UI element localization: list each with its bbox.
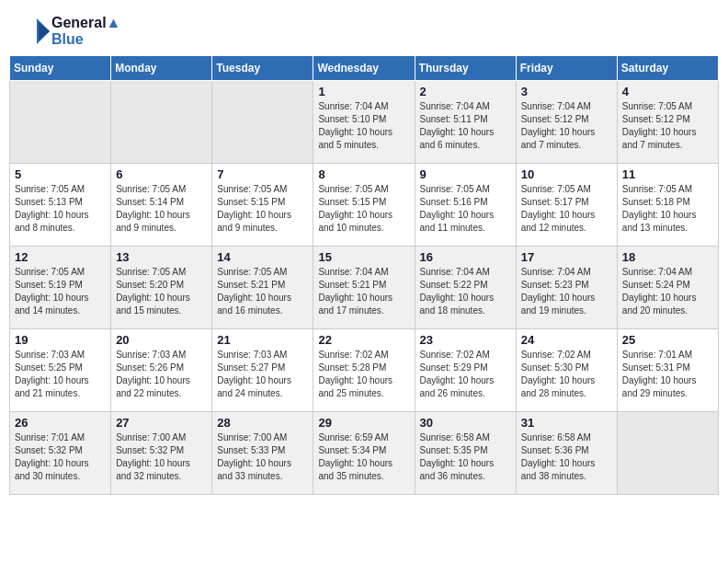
day-number: 15 (318, 250, 409, 264)
calendar-row: 12Sunrise: 7:05 AM Sunset: 5:19 PM Dayli… (10, 247, 719, 329)
weekday-header: Thursday (415, 56, 516, 81)
calendar-cell: 2Sunrise: 7:04 AM Sunset: 5:11 PM Daylig… (415, 81, 516, 164)
day-number: 11 (622, 167, 713, 181)
logo-icon (18, 15, 51, 48)
day-number: 26 (15, 416, 106, 430)
weekday-header: Wednesday (313, 56, 415, 81)
logo: General▲ Blue (18, 15, 120, 48)
day-info: Sunrise: 6:58 AM Sunset: 5:36 PM Dayligh… (521, 431, 612, 483)
day-info: Sunrise: 7:04 AM Sunset: 5:21 PM Dayligh… (318, 266, 409, 317)
calendar-cell: 11Sunrise: 7:05 AM Sunset: 5:18 PM Dayli… (617, 164, 718, 247)
calendar-cell: 30Sunrise: 6:58 AM Sunset: 5:35 PM Dayli… (415, 412, 516, 495)
calendar-cell: 10Sunrise: 7:05 AM Sunset: 5:17 PM Dayli… (516, 164, 617, 247)
calendar-cell: 17Sunrise: 7:04 AM Sunset: 5:23 PM Dayli… (516, 247, 617, 329)
calendar-cell: 6Sunrise: 7:05 AM Sunset: 5:14 PM Daylig… (111, 164, 212, 247)
day-info: Sunrise: 7:05 AM Sunset: 5:17 PM Dayligh… (521, 183, 612, 235)
calendar-cell: 4Sunrise: 7:05 AM Sunset: 5:12 PM Daylig… (617, 81, 718, 164)
calendar-cell: 31Sunrise: 6:58 AM Sunset: 5:36 PM Dayli… (516, 412, 617, 495)
calendar-cell: 21Sunrise: 7:03 AM Sunset: 5:27 PM Dayli… (212, 329, 313, 412)
day-number: 2 (420, 85, 511, 98)
calendar-cell: 23Sunrise: 7:02 AM Sunset: 5:29 PM Dayli… (415, 329, 516, 412)
day-number: 6 (116, 167, 207, 181)
day-info: Sunrise: 7:03 AM Sunset: 5:27 PM Dayligh… (217, 349, 308, 400)
day-info: Sunrise: 7:05 AM Sunset: 5:19 PM Dayligh… (15, 266, 106, 317)
day-number: 17 (521, 250, 612, 264)
day-info: Sunrise: 7:02 AM Sunset: 5:28 PM Dayligh… (318, 349, 409, 400)
calendar-cell: 3Sunrise: 7:04 AM Sunset: 5:12 PM Daylig… (516, 81, 617, 164)
day-number: 21 (217, 333, 308, 347)
day-info: Sunrise: 7:05 AM Sunset: 5:15 PM Dayligh… (318, 183, 409, 235)
calendar-cell (212, 81, 313, 164)
calendar-cell: 25Sunrise: 7:01 AM Sunset: 5:31 PM Dayli… (617, 329, 718, 412)
calendar-cell: 1Sunrise: 7:04 AM Sunset: 5:10 PM Daylig… (313, 81, 415, 164)
calendar-cell: 14Sunrise: 7:05 AM Sunset: 5:21 PM Dayli… (212, 247, 313, 329)
day-info: Sunrise: 7:05 AM Sunset: 5:16 PM Dayligh… (420, 183, 511, 235)
logo-text: General▲ Blue (51, 15, 120, 48)
day-info: Sunrise: 7:04 AM Sunset: 5:10 PM Dayligh… (318, 100, 409, 152)
day-number: 23 (420, 333, 511, 347)
day-number: 12 (15, 250, 106, 264)
weekday-header: Friday (516, 56, 617, 81)
calendar-cell: 28Sunrise: 7:00 AM Sunset: 5:33 PM Dayli… (212, 412, 313, 495)
day-number: 9 (420, 167, 511, 181)
day-number: 31 (521, 416, 612, 430)
day-number: 30 (420, 416, 511, 430)
day-info: Sunrise: 7:03 AM Sunset: 5:26 PM Dayligh… (116, 349, 207, 400)
calendar-cell: 29Sunrise: 6:59 AM Sunset: 5:34 PM Dayli… (313, 412, 415, 495)
calendar-cell: 18Sunrise: 7:04 AM Sunset: 5:24 PM Dayli… (617, 247, 718, 329)
day-number: 14 (217, 250, 308, 264)
calendar-cell: 16Sunrise: 7:04 AM Sunset: 5:22 PM Dayli… (415, 247, 516, 329)
day-number: 24 (521, 333, 612, 347)
day-info: Sunrise: 7:04 AM Sunset: 5:12 PM Dayligh… (521, 100, 612, 152)
day-info: Sunrise: 6:59 AM Sunset: 5:34 PM Dayligh… (318, 431, 409, 483)
day-info: Sunrise: 7:05 AM Sunset: 5:21 PM Dayligh… (217, 266, 308, 317)
day-number: 19 (15, 333, 106, 347)
calendar-cell (10, 81, 111, 164)
day-info: Sunrise: 7:05 AM Sunset: 5:14 PM Dayligh… (116, 183, 207, 235)
calendar-cell: 5Sunrise: 7:05 AM Sunset: 5:13 PM Daylig… (10, 164, 111, 247)
day-info: Sunrise: 7:04 AM Sunset: 5:11 PM Dayligh… (420, 100, 511, 152)
calendar-cell: 22Sunrise: 7:02 AM Sunset: 5:28 PM Dayli… (313, 329, 415, 412)
day-number: 25 (622, 333, 713, 347)
day-number: 22 (318, 333, 409, 347)
day-info: Sunrise: 7:04 AM Sunset: 5:24 PM Dayligh… (622, 266, 713, 317)
calendar-table: SundayMondayTuesdayWednesdayThursdayFrid… (9, 55, 719, 495)
day-number: 27 (116, 416, 207, 430)
day-info: Sunrise: 7:04 AM Sunset: 5:23 PM Dayligh… (521, 266, 612, 317)
day-info: Sunrise: 7:02 AM Sunset: 5:30 PM Dayligh… (521, 349, 612, 400)
calendar-cell (111, 81, 212, 164)
day-number: 20 (116, 333, 207, 347)
day-number: 16 (420, 250, 511, 264)
day-info: Sunrise: 7:05 AM Sunset: 5:13 PM Dayligh… (15, 183, 106, 235)
calendar-cell: 8Sunrise: 7:05 AM Sunset: 5:15 PM Daylig… (313, 164, 415, 247)
calendar-row: 5Sunrise: 7:05 AM Sunset: 5:13 PM Daylig… (10, 164, 719, 247)
calendar-cell: 19Sunrise: 7:03 AM Sunset: 5:25 PM Dayli… (10, 329, 111, 412)
day-number: 5 (15, 167, 106, 181)
calendar-cell: 27Sunrise: 7:00 AM Sunset: 5:32 PM Dayli… (111, 412, 212, 495)
day-number: 4 (622, 85, 713, 98)
day-number: 3 (521, 85, 612, 98)
calendar-cell: 13Sunrise: 7:05 AM Sunset: 5:20 PM Dayli… (111, 247, 212, 329)
day-info: Sunrise: 7:04 AM Sunset: 5:22 PM Dayligh… (420, 266, 511, 317)
day-info: Sunrise: 6:58 AM Sunset: 5:35 PM Dayligh… (420, 431, 511, 483)
day-number: 13 (116, 250, 207, 264)
calendar-cell: 15Sunrise: 7:04 AM Sunset: 5:21 PM Dayli… (313, 247, 415, 329)
day-number: 29 (318, 416, 409, 430)
weekday-header: Tuesday (212, 56, 313, 81)
calendar-cell: 26Sunrise: 7:01 AM Sunset: 5:32 PM Dayli… (10, 412, 111, 495)
day-info: Sunrise: 7:05 AM Sunset: 5:12 PM Dayligh… (622, 100, 713, 152)
day-number: 18 (622, 250, 713, 264)
weekday-header: Saturday (617, 56, 718, 81)
day-number: 7 (217, 167, 308, 181)
day-info: Sunrise: 7:01 AM Sunset: 5:31 PM Dayligh… (622, 349, 713, 400)
calendar-cell: 24Sunrise: 7:02 AM Sunset: 5:30 PM Dayli… (516, 329, 617, 412)
day-info: Sunrise: 7:01 AM Sunset: 5:32 PM Dayligh… (15, 431, 106, 483)
day-number: 10 (521, 167, 612, 181)
day-number: 28 (217, 416, 308, 430)
weekday-header: Monday (111, 56, 212, 81)
calendar-row: 1Sunrise: 7:04 AM Sunset: 5:10 PM Daylig… (10, 81, 719, 164)
day-info: Sunrise: 7:05 AM Sunset: 5:20 PM Dayligh… (116, 266, 207, 317)
day-info: Sunrise: 7:00 AM Sunset: 5:33 PM Dayligh… (217, 431, 308, 483)
calendar-row: 19Sunrise: 7:03 AM Sunset: 5:25 PM Dayli… (10, 329, 719, 412)
day-info: Sunrise: 7:00 AM Sunset: 5:32 PM Dayligh… (116, 431, 207, 483)
